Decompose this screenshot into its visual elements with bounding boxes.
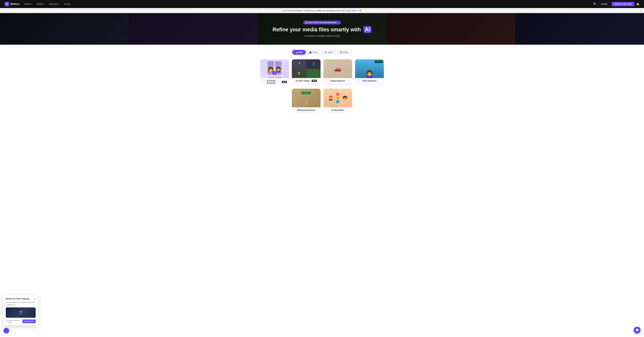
navbar-left: M Media.io Product ▾ Solution ▾ Resource… [4,2,70,6]
audio-icon: 🎙️ [324,51,327,53]
person-icon: 🎤 [297,62,300,65]
person-icon: 👤 [312,62,315,65]
fe-side-icons: ● ● ● [336,93,340,103]
hero-subtitle: A collection of portable online AI tools… [304,35,340,37]
navbar-right: 🔍 LOG IN SIGN UP FOR FREE 🔔 [593,2,640,6]
label-tag-2: Anime Charm [274,75,282,77]
logo-icon: M [4,2,9,6]
chevron-down-icon: ▾ [59,3,60,5]
login-button[interactable]: LOG IN [598,2,610,6]
announcement-close-icon[interactable]: ✕ [640,9,642,12]
nav-solution[interactable]: Solution ▾ [36,3,45,5]
card-ai-video-clipper[interactable]: 🎤 👤 🎙️ 🎵 AI Video Clipper NEW [292,59,320,86]
wm-container: STUDIO 🔒 [292,89,320,107]
hero-badge-icon: 🔔 [306,21,308,23]
announcement-emoji-right: 🎨 [360,9,362,12]
logo-text: Media.io [10,3,20,5]
chevron-down-icon: ▾ [44,3,45,5]
card-label-image-enhancer: Image Enhancer [324,78,352,84]
announcement-emoji-left: 🔔 [282,9,284,12]
hero-badge-text: New AI Tool: AI Portrait Generator → [308,21,338,23]
ai-badge: AI [364,26,372,33]
card-thumb-face-editor: 👩‍🦰 🧒 ● ● ● [324,89,352,107]
card-video-enhancer[interactable]: 👩‍🦱 00:00:51 Video Enhancer [355,59,384,86]
card-thumb-watermark: STUDIO 🔒 [292,89,320,107]
vc-cell-1: 🎤 [292,59,306,68]
card-thumb-ai-portrait: 👩 👩‍🦱 ↻ Life photo Anime Charm [260,59,289,78]
fe-icon-dot-2: ● [336,96,340,99]
logo[interactable]: M Media.io [4,2,20,6]
signup-button[interactable]: SIGN UP FOR FREE [612,2,634,6]
studio-badge: STUDIO [302,91,311,94]
tools-section: 🔥 Hot 🎬 Video 🎙️ Audio 🖼️ Photo [0,45,644,120]
tabs-container: 🔥 Hot 🎬 Video 🎙️ Audio 🖼️ Photo [292,49,352,55]
card-ai-face-editor[interactable]: 👩‍🦰 🧒 ● ● ● AI Face Editor [324,89,352,113]
card-watermark-remover[interactable]: STUDIO 🔒 Watermark Remover [292,89,320,113]
cards-grid-row1: 👩 👩‍🦱 ↻ Life photo Anime Charm AI Portra… [257,59,387,86]
tab-hot[interactable]: 🔥 Hot [292,50,306,55]
card-thumb-video-enhancer: 👩‍🦱 00:00:51 [355,59,384,78]
vc-cell-3: 🎙️ [292,69,306,78]
cards-grid-row2: STUDIO 🔒 Watermark Remover 👩‍🦰 🧒 [257,89,387,113]
nav-product[interactable]: Product ▾ [24,3,32,5]
card-label-ai-portrait: AI Portrait Generator NEW [260,78,289,86]
portrait-labels: Life photo Anime Charm [260,75,289,77]
fire-icon: 🔥 [296,51,298,53]
card-thumb-video-clipper: 🎤 👤 🎙️ 🎵 [292,59,320,78]
ie-bg: 🚗 [324,59,352,78]
announcement-text: AI Portrait Generator: Transform your se… [285,9,346,12]
lock-icon: 🔒 [304,100,309,105]
card-thumb-image-enhancer: 🚗 🔍 [324,59,352,78]
card-label-video-clipper: AI Video Clipper NEW [292,78,320,84]
nav-pricing[interactable]: Pricing [64,3,70,5]
card-ai-portrait[interactable]: 👩 👩‍🦱 ↻ Life photo Anime Charm AI Portra… [260,59,289,86]
hero-section: 🔔 New AI Tool: AI Portrait Generator → R… [0,13,644,45]
new-badge: NEW [282,81,287,83]
ie-container: 🚗 🔍 [324,59,352,78]
tabs-row: 🔥 Hot 🎬 Video 🎙️ Audio 🖼️ Photo [0,49,644,55]
card-image-enhancer[interactable]: 🚗 🔍 Image Enhancer [324,59,352,86]
hero-title: Refine your media files smartly with AI [272,26,372,33]
card-label-video-enhancer: Video Enhancer [355,78,384,84]
hero-overlay: 🔔 New AI Tool: AI Portrait Generator → R… [0,13,644,45]
notification-bell-icon[interactable]: 🔔 [636,2,640,5]
video-clipper-grid: 🎤 👤 🎙️ 🎵 [292,59,320,78]
car-icon: 🚗 [334,65,342,72]
label-tag-1: Life photo [266,75,273,77]
fe-real: 👩‍🦰 [324,89,338,107]
new-badge: NEW [312,80,317,82]
refresh-icon: ↻ [272,71,276,75]
fe-icon-dot-3: ● [336,100,340,103]
hero-badge[interactable]: 🔔 New AI Tool: AI Portrait Generator → [303,21,341,24]
tab-audio[interactable]: 🎙️ Audio [321,50,336,55]
wm-badge-container: STUDIO [302,91,311,94]
photo-icon: 🖼️ [340,51,342,53]
person-icon: 🎙️ [297,72,300,75]
card-label-face-editor: AI Face Editor [324,107,352,113]
navbar: M Media.io Product ▾ Solution ▾ Resource… [0,0,644,8]
vc-cell-4: 🎵 [306,69,321,78]
tab-video[interactable]: 🎬 Video [306,50,321,55]
nav-resources[interactable]: Resources ▾ [49,3,60,5]
real-face-icon: 👩‍🦰 [328,95,333,101]
video-icon: 🎬 [309,51,312,53]
announcement-bar: 🔔 AI Portrait Generator: Transform your … [0,8,644,13]
fe-cartoon: 🧒 [338,89,352,107]
announcement-link[interactable]: Learn more >> [346,9,359,12]
cartoon-face-icon: 🧒 [342,95,348,101]
search-icon[interactable]: 🔍 [593,2,596,5]
tab-photo[interactable]: 🖼️ Photo [336,50,352,55]
card-label-watermark: Watermark Remover [292,107,320,113]
fe-icon-dot-1: ● [336,93,340,96]
nav-links: Product ▾ Solution ▾ Resources ▾ Pricing [24,3,70,5]
chevron-down-icon: ▾ [32,3,32,5]
video-timer: 00:00:51 [374,60,383,63]
person-icon: 🎵 [312,72,315,75]
fe-container: 👩‍🦰 🧒 ● ● ● [324,89,352,107]
ve-container: 👩‍🦱 00:00:51 [355,59,384,78]
person-silhouette-icon: 👩‍🦱 [365,70,374,78]
vc-cell-2: 👤 [306,59,321,68]
